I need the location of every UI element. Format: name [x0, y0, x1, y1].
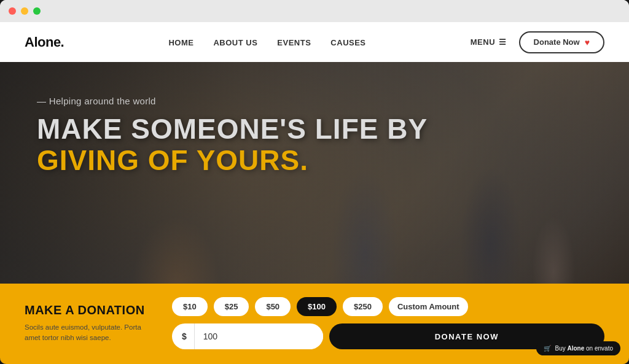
hero-title-line2: GIVING OF YOURS.	[37, 145, 592, 176]
nav-item-about[interactable]: ABOUT US	[213, 37, 257, 48]
nav-links: HOME ABOUT US EVENTS CAUSES	[168, 37, 365, 48]
amount-input-wrapper: $	[172, 323, 323, 349]
hero-section: Helping around the world MAKE SOMEONE'S …	[0, 22, 629, 364]
navbar: Alone. HOME ABOUT US EVENTS CAUSES MENU	[0, 22, 629, 62]
donate-label: Donate Now	[534, 37, 580, 47]
nav-link-about[interactable]: ABOUT US	[213, 38, 257, 47]
donation-title: MAKE A DONATION	[25, 303, 154, 317]
currency-symbol: $	[172, 323, 195, 349]
nav-link-home[interactable]: HOME	[168, 38, 193, 47]
envato-brand: Alone	[568, 345, 585, 352]
hamburger-icon: ☰	[499, 37, 507, 47]
hero-subtitle: Helping around the world	[37, 96, 592, 106]
logo: Alone.	[25, 34, 64, 50]
maximize-dot[interactable]	[33, 7, 41, 15]
amount-buttons-row: $10 $25 $50 $100 $250 Custom Amount	[172, 297, 604, 316]
donation-info: MAKE A DONATION Socils aute euismod, vul…	[25, 303, 154, 344]
heart-icon: ♥	[585, 37, 590, 47]
nav-right: MENU ☰ Donate Now ♥	[471, 31, 604, 53]
donate-now-nav-button[interactable]: Donate Now ♥	[519, 31, 604, 53]
nav-link-causes[interactable]: CAUSES	[330, 38, 365, 47]
amount-button-100[interactable]: $100	[297, 297, 337, 316]
menu-label: MENU	[471, 37, 495, 47]
amount-button-25[interactable]: $25	[214, 297, 249, 316]
nav-link-events[interactable]: EVENTS	[277, 38, 311, 47]
menu-button[interactable]: MENU ☰	[471, 37, 507, 47]
browser-bar	[0, 0, 629, 22]
donation-panel: MAKE A DONATION Socils aute euismod, vul…	[0, 284, 629, 364]
nav-item-events[interactable]: EVENTS	[277, 37, 311, 48]
cart-icon: 🛒	[544, 345, 551, 352]
page-content: Alone. HOME ABOUT US EVENTS CAUSES MENU	[0, 22, 629, 364]
amount-button-custom[interactable]: Custom Amount	[389, 297, 468, 316]
hero-title-line1: MAKE SOMEONE'S LIFE BY	[37, 114, 592, 145]
amount-button-50[interactable]: $50	[255, 297, 291, 316]
close-dot[interactable]	[9, 7, 16, 15]
browser-window: Alone. HOME ABOUT US EVENTS CAUSES MENU	[0, 0, 629, 364]
donation-description: Socils aute euismod, vulputate. Porta am…	[25, 322, 147, 344]
amount-button-10[interactable]: $10	[172, 297, 208, 316]
nav-item-home[interactable]: HOME	[168, 37, 193, 48]
amount-button-250[interactable]: $250	[343, 297, 383, 316]
minimize-dot[interactable]	[21, 7, 28, 15]
nav-item-causes[interactable]: CAUSES	[330, 37, 365, 48]
envato-badge[interactable]: 🛒 Buy Alone on envato	[536, 341, 620, 355]
envato-text: Buy Alone on envato	[555, 345, 613, 352]
amount-input[interactable]	[195, 331, 323, 341]
